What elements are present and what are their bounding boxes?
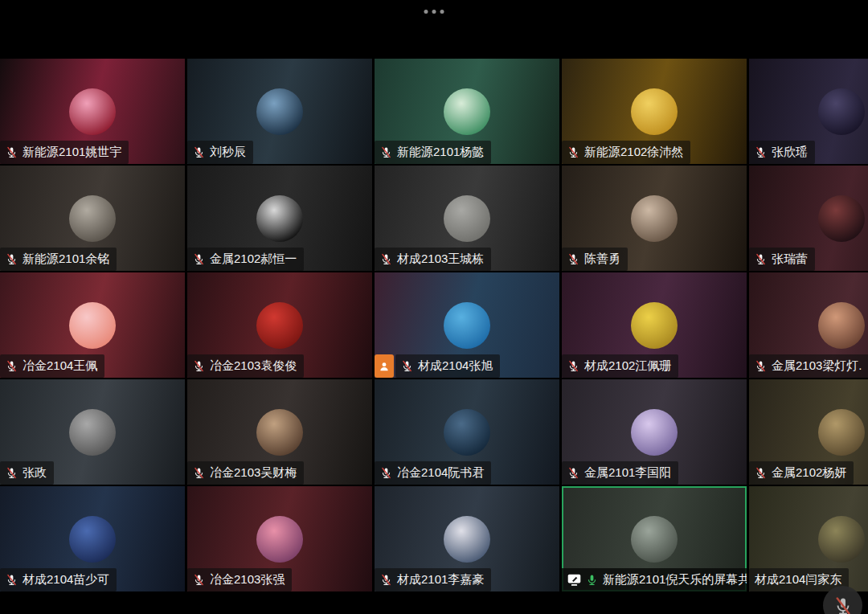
avatar bbox=[818, 409, 865, 456]
participant-label: 材成2104张旭 bbox=[395, 354, 500, 378]
participant-label: 材成2103王城栋 bbox=[375, 248, 491, 271]
mic-muted-icon bbox=[193, 253, 205, 265]
participant-label-row: 材成2104张旭 bbox=[375, 354, 500, 378]
participant-label: 金属2102郝恒一 bbox=[187, 248, 304, 271]
participant-name: 材成2104苗少可 bbox=[23, 572, 109, 587]
participant-tile[interactable]: 材成2103王城栋 bbox=[375, 166, 559, 271]
participant-tile[interactable]: 冶金2103张强 bbox=[187, 486, 372, 591]
participant-tile[interactable]: 刘秒辰 bbox=[187, 59, 372, 164]
participant-label-row: 新能源2101杨懿 bbox=[375, 141, 491, 164]
mic-muted-icon bbox=[567, 467, 579, 479]
participant-tile[interactable]: 冶金2104阮书君 bbox=[375, 379, 559, 485]
participant-tile[interactable]: 材成2101李嘉豪 bbox=[375, 486, 559, 591]
participant-name: 张政 bbox=[23, 465, 47, 481]
participant-name: 材成2103王城栋 bbox=[397, 252, 484, 267]
participant-label-row: 金属2102杨妍 bbox=[749, 461, 854, 485]
mic-muted-icon bbox=[380, 253, 392, 265]
mic-muted-icon bbox=[755, 253, 767, 265]
participant-name: 材成2104张旭 bbox=[418, 358, 493, 374]
avatar bbox=[256, 195, 303, 242]
participant-name: 刘秒辰 bbox=[210, 145, 246, 160]
participant-tile[interactable]: 张政 bbox=[0, 379, 185, 485]
participant-tile[interactable]: 陈善勇 bbox=[562, 166, 747, 271]
mic-muted-icon bbox=[567, 253, 579, 265]
participant-tile[interactable]: 金属2103梁灯灯. bbox=[749, 272, 868, 378]
participant-label: 冶金2103张强 bbox=[187, 568, 292, 591]
avatar bbox=[69, 409, 116, 456]
participant-label: 新能源2101杨懿 bbox=[375, 141, 491, 164]
avatar bbox=[69, 516, 116, 563]
participant-tile[interactable]: 材成2104张旭 bbox=[375, 272, 559, 378]
participant-tile[interactable]: 新能源2101姚世宇 bbox=[0, 59, 185, 164]
participant-label: 刘秒辰 bbox=[187, 141, 253, 164]
screen-share-icon bbox=[567, 574, 581, 586]
participant-label: 材成2104苗少可 bbox=[0, 568, 117, 591]
participant-tile[interactable]: 材成2102江佩珊 bbox=[562, 272, 747, 378]
participant-label-row: 张政 bbox=[0, 461, 54, 485]
participant-tile[interactable]: 冶金2103吴财梅 bbox=[187, 379, 372, 485]
avatar bbox=[256, 88, 303, 135]
participant-name: 冶金2103袁俊俊 bbox=[210, 358, 297, 374]
mic-muted-icon bbox=[193, 360, 205, 372]
mic-muted-icon bbox=[380, 146, 392, 158]
participant-label-row: 金属2103梁灯灯. bbox=[749, 354, 868, 378]
participant-name: 金属2101李国阳 bbox=[584, 465, 671, 481]
person-icon bbox=[379, 361, 390, 372]
participant-tile[interactable]: 金属2102杨妍 bbox=[749, 379, 868, 485]
participant-tile[interactable]: 冶金2104王佩 bbox=[0, 272, 185, 378]
mic-muted-icon bbox=[380, 574, 392, 586]
participant-grid: 新能源2101姚世宇 刘秒辰 bbox=[0, 59, 868, 591]
member-badge-icon bbox=[375, 354, 394, 378]
participant-label: 材成2102江佩珊 bbox=[562, 354, 678, 378]
participant-tile[interactable]: 材成2104闫家东 bbox=[749, 486, 868, 591]
participant-tile[interactable]: 张欣瑶 bbox=[749, 59, 868, 164]
participant-label-row: 材成2103王城栋 bbox=[375, 248, 491, 271]
participant-tile[interactable]: 材成2104苗少可 bbox=[0, 486, 185, 591]
participant-label: 冶金2104阮书君 bbox=[375, 461, 491, 485]
participant-label-row: 新能源2101余铭 bbox=[0, 248, 117, 271]
participant-label-row: 新能源2101姚世宇 bbox=[0, 141, 129, 164]
mic-muted-icon bbox=[833, 596, 853, 614]
participant-tile[interactable]: 金属2101李国阳 bbox=[562, 379, 747, 485]
avatar bbox=[631, 409, 678, 456]
avatar bbox=[818, 88, 865, 135]
participant-tile[interactable]: 新能源2102徐沛然 bbox=[562, 59, 747, 164]
mic-muted-icon bbox=[193, 146, 205, 158]
mic-muted-icon bbox=[401, 360, 413, 372]
participant-label: 金属2103梁灯灯. bbox=[749, 354, 868, 378]
avatar bbox=[818, 195, 865, 242]
participant-tile[interactable]: 新能源2101倪天乐的屏幕共享 bbox=[562, 486, 747, 591]
participant-label-row: 刘秒辰 bbox=[187, 141, 253, 164]
participant-tile[interactable]: 张瑞蕾 bbox=[749, 166, 868, 271]
participant-label: 冶金2104王佩 bbox=[0, 354, 104, 378]
participant-label: 冶金2103袁俊俊 bbox=[187, 354, 304, 378]
avatar bbox=[69, 88, 116, 135]
participant-label: 张瑞蕾 bbox=[749, 248, 815, 271]
participant-label: 金属2102杨妍 bbox=[749, 461, 854, 485]
participant-label-row: 冶金2103吴财梅 bbox=[187, 461, 304, 485]
participant-label: 张政 bbox=[0, 461, 54, 485]
avatar bbox=[256, 516, 303, 563]
participant-tile[interactable]: 金属2102郝恒一 bbox=[187, 166, 372, 271]
participant-name: 陈善勇 bbox=[584, 252, 620, 267]
participant-label-row: 金属2102郝恒一 bbox=[187, 248, 304, 271]
participant-label-row: 金属2101李国阳 bbox=[562, 461, 678, 485]
avatar bbox=[256, 409, 303, 456]
avatar bbox=[256, 302, 303, 349]
participant-name: 新能源2101姚世宇 bbox=[23, 145, 121, 160]
participant-name: 新能源2101杨懿 bbox=[397, 145, 484, 160]
participant-label-row: 冶金2104王佩 bbox=[0, 354, 104, 378]
participant-tile[interactable]: 新能源2101杨懿 bbox=[375, 59, 559, 164]
participant-label: 冶金2103吴财梅 bbox=[187, 461, 304, 485]
participant-name: 新能源2102徐沛然 bbox=[584, 145, 683, 160]
avatar bbox=[631, 302, 678, 349]
mic-muted-icon bbox=[755, 360, 767, 372]
mic-muted-icon bbox=[193, 467, 205, 479]
participant-tile[interactable]: 冶金2103袁俊俊 bbox=[187, 272, 372, 378]
mic-muted-icon bbox=[755, 146, 767, 158]
participant-name: 新能源2101余铭 bbox=[23, 252, 109, 267]
dot bbox=[432, 10, 436, 14]
participant-tile[interactable]: 新能源2101余铭 bbox=[0, 166, 185, 271]
more-dots-icon[interactable] bbox=[421, 6, 448, 17]
participant-name: 材成2102江佩珊 bbox=[584, 358, 671, 374]
